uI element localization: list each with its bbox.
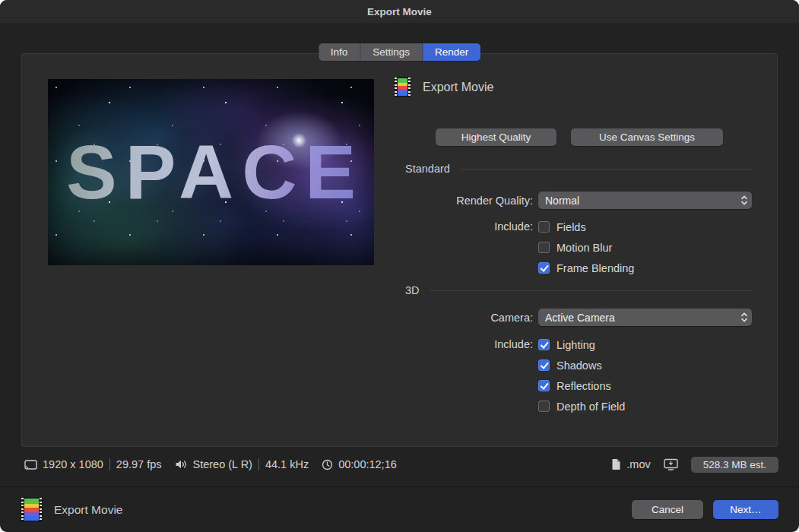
- checkbox-shadows[interactable]: Shadows: [538, 355, 625, 375]
- checkbox-frame-blending[interactable]: Frame Blending: [538, 258, 634, 278]
- resolution-value: 1920 x 1080: [43, 458, 103, 470]
- media-title: Export Movie: [423, 81, 493, 94]
- checkbox-box[interactable]: [538, 401, 550, 412]
- highest-quality-button[interactable]: Highest Quality: [436, 128, 556, 146]
- checkbox-box[interactable]: [538, 221, 550, 233]
- select-arrows-icon: [740, 312, 748, 323]
- checkbox-label: Frame Blending: [556, 262, 634, 274]
- checkbox-lighting[interactable]: Lighting: [538, 334, 625, 355]
- include-label: Include:: [394, 217, 533, 237]
- use-canvas-settings-button[interactable]: Use Canvas Settings: [571, 128, 723, 146]
- footer-buttons: Cancel Next…: [632, 500, 778, 519]
- frame-size-icon: [24, 460, 37, 470]
- checkbox-label: Reflections: [556, 380, 611, 392]
- section-3d: 3D: [405, 284, 752, 296]
- frame-rate-value: 29.97 fps: [116, 458, 162, 470]
- include-label: Include:: [394, 334, 533, 355]
- separator: [258, 459, 259, 470]
- separator: [109, 459, 110, 470]
- checkbox-box[interactable]: [538, 262, 550, 274]
- footer-title: Export Movie: [54, 503, 122, 517]
- document-icon: [611, 458, 621, 470]
- resolution-item: 1920 x 1080: [24, 458, 103, 470]
- checkbox-label: Motion Blur: [556, 242, 612, 254]
- preview-thumbnail: SPACE: [48, 79, 374, 265]
- dialog-footer: Export Movie Cancel Next…: [0, 486, 799, 532]
- duration-value: 00:00:12;16: [338, 458, 397, 470]
- 3d-checkbox-list: Lighting Shadows Reflections Depth of Fi…: [538, 334, 625, 416]
- render-quality-label: Render Quality:: [394, 195, 533, 207]
- render-quality-row: Render Quality: Normal: [394, 192, 752, 209]
- section-3d-title: 3D: [405, 284, 420, 296]
- tab-render[interactable]: Render: [423, 43, 480, 61]
- filmstrip-icon: [394, 77, 411, 97]
- render-quality-select[interactable]: Normal: [538, 192, 752, 209]
- render-tab-panel: SPACE Export Movie Highest Quality Use C…: [21, 53, 778, 447]
- file-format-value: .mov: [626, 458, 650, 470]
- section-standard: Standard: [405, 163, 752, 175]
- duration-item: 00:00:12;16: [322, 458, 397, 470]
- checkbox-label: Fields: [556, 221, 586, 233]
- standard-checkbox-list: Fields Motion Blur Frame Blending: [538, 217, 634, 278]
- filmstrip-icon: [21, 497, 43, 522]
- window-title: Export Movie: [367, 6, 432, 17]
- export-movie-dialog: Export Movie Info Settings Render SPACE …: [0, 0, 799, 532]
- preset-buttons: Highest Quality Use Canvas Settings: [436, 128, 723, 146]
- render-quality-value: Normal: [545, 195, 579, 207]
- section-divider: [460, 169, 752, 169]
- checkbox-label: Shadows: [556, 359, 602, 372]
- cancel-button[interactable]: Cancel: [632, 500, 703, 519]
- camera-select[interactable]: Active Camera: [538, 309, 752, 326]
- checkbox-box[interactable]: [538, 242, 550, 253]
- checkbox-label: Lighting: [556, 339, 595, 351]
- speaker-icon: [175, 459, 188, 470]
- checkbox-box[interactable]: [538, 359, 550, 371]
- select-arrows-icon: [740, 195, 748, 206]
- checkbox-box[interactable]: [538, 339, 550, 350]
- display-destination-icon: [664, 458, 678, 470]
- file-size-estimate: 528.3 MB est.: [691, 457, 778, 473]
- format-item: .mov: [611, 458, 650, 470]
- audio-channels-value: Stereo (L R): [193, 458, 252, 470]
- clock-icon: [322, 459, 333, 470]
- status-bar: 1920 x 1080 29.97 fps Stereo (L R) 44.1 …: [24, 454, 778, 474]
- section-divider: [430, 290, 752, 291]
- camera-row: Camera: Active Camera: [394, 309, 752, 326]
- audio-item: Stereo (L R): [175, 458, 252, 470]
- statusbar-right: .mov 528.3 MB est.: [611, 457, 778, 473]
- checkbox-box[interactable]: [538, 380, 550, 391]
- checkbox-label: Depth of Field: [556, 401, 625, 413]
- preview-caption: SPACE: [48, 79, 374, 265]
- camera-value: Active Camera: [545, 312, 615, 324]
- section-standard-title: Standard: [405, 163, 450, 175]
- tab-info[interactable]: Info: [319, 43, 361, 61]
- standard-include-group: Include: Fields Motion Blur Frame Blendi…: [394, 217, 752, 278]
- checkbox-depth-of-field[interactable]: Depth of Field: [538, 396, 625, 416]
- next-button[interactable]: Next…: [713, 500, 778, 519]
- checkbox-fields[interactable]: Fields: [538, 217, 634, 237]
- titlebar: Export Movie: [0, 0, 799, 24]
- 3d-include-group: Include: Lighting Shadows Reflections De…: [394, 334, 752, 416]
- camera-label: Camera:: [394, 312, 533, 324]
- checkbox-reflections[interactable]: Reflections: [538, 375, 625, 396]
- tab-settings[interactable]: Settings: [360, 43, 423, 61]
- checkbox-motion-blur[interactable]: Motion Blur: [538, 237, 634, 258]
- media-header: Export Movie: [394, 77, 493, 97]
- tab-bar: Info Settings Render: [319, 43, 481, 61]
- sample-rate-value: 44.1 kHz: [265, 458, 309, 470]
